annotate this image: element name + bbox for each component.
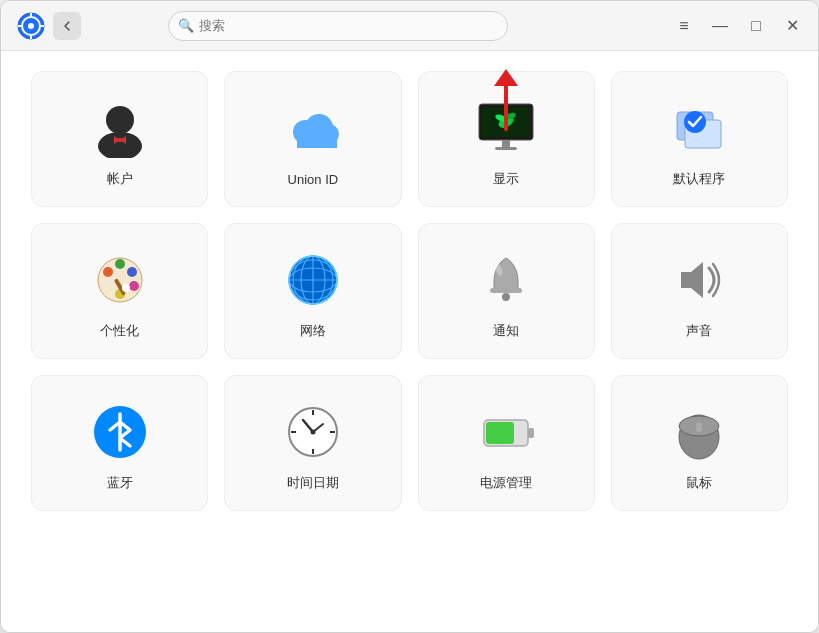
svg-marker-17 <box>494 69 518 86</box>
account-icon <box>88 96 152 160</box>
svg-point-56 <box>310 430 315 435</box>
svg-rect-58 <box>528 428 534 438</box>
svg-point-7 <box>98 132 142 158</box>
svg-rect-44 <box>490 288 522 293</box>
datetime-label: 时间日期 <box>287 474 339 492</box>
back-button[interactable] <box>53 12 81 40</box>
personalization-label: 个性化 <box>100 322 139 340</box>
grid-item-notification[interactable]: 通知 <box>418 223 595 359</box>
svg-point-30 <box>115 259 125 269</box>
svg-rect-24 <box>495 147 517 150</box>
mouse-icon <box>667 400 731 464</box>
notification-icon <box>474 248 538 312</box>
power-icon <box>474 400 538 464</box>
settings-grid: 帐户 Union ID <box>31 71 788 511</box>
grid-item-sound[interactable]: 声音 <box>611 223 788 359</box>
main-window: 🔍 ≡ — □ ✕ <box>0 0 819 633</box>
grid-item-display[interactable]: 显示 <box>418 71 595 207</box>
svg-point-8 <box>106 106 134 134</box>
close-button[interactable]: ✕ <box>782 16 802 36</box>
display-label: 显示 <box>493 170 519 188</box>
notification-label: 通知 <box>493 322 519 340</box>
defaultapps-icon <box>667 96 731 160</box>
grid-item-personalization[interactable]: 个性化 <box>31 223 208 359</box>
grid-item-datetime[interactable]: 时间日期 <box>224 375 401 511</box>
unionid-icon <box>281 98 345 162</box>
search-bar: 🔍 <box>168 11 508 41</box>
grid-item-network[interactable]: 网络 <box>224 223 401 359</box>
svg-point-29 <box>103 267 113 277</box>
svg-rect-63 <box>696 422 702 432</box>
search-input[interactable] <box>168 11 508 41</box>
bluetooth-label: 蓝牙 <box>107 474 133 492</box>
minimize-button[interactable]: — <box>710 16 730 36</box>
grid-item-unionid[interactable]: Union ID <box>224 71 401 207</box>
svg-rect-23 <box>502 140 510 148</box>
unionid-label: Union ID <box>288 172 339 187</box>
svg-rect-59 <box>486 422 514 444</box>
mouse-label: 鼠标 <box>686 474 712 492</box>
svg-rect-15 <box>297 132 337 148</box>
grid-item-mouse[interactable]: 鼠标 <box>611 375 788 511</box>
sound-label: 声音 <box>686 322 712 340</box>
personalization-icon <box>88 248 152 312</box>
grid-item-power[interactable]: 电源管理 <box>418 375 595 511</box>
menu-button[interactable]: ≡ <box>674 16 694 36</box>
grid-item-defaultapps[interactable]: 默认程序 <box>611 71 788 207</box>
datetime-icon <box>281 400 345 464</box>
power-label: 电源管理 <box>480 474 532 492</box>
network-label: 网络 <box>300 322 326 340</box>
account-label: 帐户 <box>107 170 133 188</box>
svg-point-2 <box>28 23 34 29</box>
svg-point-32 <box>129 281 139 291</box>
search-icon: 🔍 <box>178 18 194 33</box>
svg-rect-11 <box>118 138 122 142</box>
svg-point-31 <box>127 267 137 277</box>
svg-marker-47 <box>681 262 703 298</box>
settings-content: 帐户 Union ID <box>1 51 818 632</box>
titlebar: 🔍 ≡ — □ ✕ <box>1 1 818 51</box>
app-logo <box>17 12 45 40</box>
bluetooth-icon <box>88 400 152 464</box>
grid-item-bluetooth[interactable]: 蓝牙 <box>31 375 208 511</box>
defaultapps-label: 默认程序 <box>673 170 725 188</box>
svg-point-35 <box>122 284 130 292</box>
sound-icon <box>667 248 731 312</box>
grid-item-account[interactable]: 帐户 <box>31 71 208 207</box>
window-controls: ≡ — □ ✕ <box>674 16 802 36</box>
svg-point-45 <box>502 293 510 301</box>
maximize-button[interactable]: □ <box>746 16 766 36</box>
display-icon <box>474 96 538 160</box>
network-icon <box>281 248 345 312</box>
